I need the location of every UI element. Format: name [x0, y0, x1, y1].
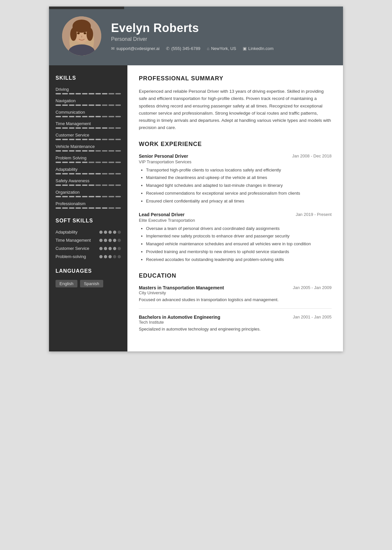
contact-linkedin: ▣ LinkedIn.com: [243, 46, 273, 51]
soft-skill-item: Time Management: [56, 238, 121, 243]
skill-bar: [89, 93, 94, 94]
summary-title: PROFESSIONAL SUMMARY: [139, 75, 332, 83]
skill-bar: [108, 139, 114, 140]
job-title: Lead Personal Driver: [139, 212, 185, 217]
skill-bar: [69, 105, 74, 106]
skills-section: SKILLS DrivingNavigationCommunicationTim…: [56, 75, 121, 209]
skill-bar: [56, 139, 61, 140]
svg-point-10: [81, 36, 82, 38]
job-bullet: Maintained the cleanliness and upkeep of…: [146, 174, 332, 181]
job-bullet: Managed vehicle maintenance schedules an…: [146, 241, 332, 248]
skill-name: Professionalism: [56, 201, 121, 206]
skill-bar: [89, 207, 94, 209]
skill-bar: [108, 127, 114, 129]
skill-bar: [115, 207, 121, 209]
skill-item: Problem Solving: [56, 155, 121, 163]
skill-bar: [56, 105, 61, 106]
skills-list: DrivingNavigationCommunicationTime Manag…: [56, 87, 121, 209]
job-bullets: Transported high-profile clients to vari…: [139, 167, 332, 205]
skill-bar: [115, 162, 121, 163]
soft-skill-item: Adaptability: [56, 230, 121, 235]
education-item: Bachelors in Automotive EngineeringJan 2…: [139, 315, 332, 332]
job-item: Senior Personal DriverJan 2008 - Dec 201…: [139, 154, 332, 205]
work-experience-section: WORK EXPERIENCE Senior Personal DriverJa…: [139, 141, 332, 263]
soft-skill-dot: [113, 239, 116, 242]
skill-bar: [62, 150, 68, 152]
svg-point-9: [84, 32, 86, 34]
skill-bar: [108, 150, 114, 152]
skill-bar: [108, 196, 114, 197]
contact-location: ⌂ NewYork, US: [207, 46, 236, 51]
skill-bars: [56, 105, 121, 106]
skill-bar: [108, 116, 114, 117]
skill-bars: [56, 162, 121, 163]
jobs-list: Senior Personal DriverJan 2008 - Dec 201…: [139, 154, 332, 263]
soft-skill-item: Problem-solving: [56, 254, 121, 259]
job-header: Senior Personal DriverJan 2008 - Dec 201…: [139, 154, 332, 159]
skill-bar: [108, 162, 114, 163]
skill-bar: [95, 93, 101, 94]
job-header: Lead Personal DriverJan 2019 - Present: [139, 212, 332, 217]
soft-skill-name: Adaptability: [56, 230, 77, 235]
contact-email: ✉ support@cvdesigner.ai: [111, 46, 159, 51]
skill-bar: [115, 116, 121, 117]
languages-section: LANGUAGES EnglishSpanish: [56, 268, 121, 287]
skill-name: Safety Awareness: [56, 178, 121, 183]
skill-bar: [95, 150, 101, 152]
language-tag: Spanish: [80, 280, 103, 287]
skill-bar: [95, 162, 101, 163]
svg-rect-6: [73, 24, 91, 31]
skill-bar: [69, 127, 74, 129]
skill-bars: [56, 185, 121, 186]
skill-bar: [56, 150, 61, 152]
phone-icon: ✆: [166, 46, 170, 51]
skill-bar: [56, 116, 61, 117]
skill-bar: [75, 116, 81, 117]
skill-bar: [89, 150, 94, 152]
education-date: Jan 2001 - Jan 2005: [293, 315, 332, 319]
skill-bar: [115, 185, 121, 186]
skill-bar: [69, 116, 74, 117]
job-bullet: Received commendations for exceptional s…: [146, 190, 332, 197]
skill-bar: [69, 207, 74, 209]
skill-bar: [102, 93, 107, 94]
divider: [139, 308, 332, 309]
soft-skill-dot: [118, 247, 121, 250]
skill-bar: [115, 196, 121, 197]
education-school: City University: [139, 290, 332, 295]
skill-name: Customer Service: [56, 133, 121, 138]
skill-bar: [115, 105, 121, 106]
job-date: Jan 2008 - Dec 2018: [292, 154, 332, 158]
skill-bar: [56, 162, 61, 163]
skill-bar: [82, 196, 88, 197]
skill-bar: [56, 207, 61, 209]
skill-bars: [56, 150, 121, 152]
skill-bar: [62, 207, 68, 209]
soft-skill-name: Customer Service: [56, 246, 89, 251]
skill-bar: [75, 150, 81, 152]
education-section: EDUCATION Masters in Transportation Mana…: [139, 272, 332, 332]
skill-bar: [89, 105, 94, 106]
linkedin-icon: ▣: [243, 46, 247, 51]
soft-skill-dot: [99, 247, 103, 250]
skill-bar: [95, 185, 101, 186]
skill-bar: [89, 196, 94, 197]
contact-phone: ✆ (555) 345-6789: [166, 46, 200, 51]
body-section: SKILLS DrivingNavigationCommunicationTim…: [49, 65, 343, 351]
job-bullets: Oversaw a team of personal drivers and c…: [139, 225, 332, 263]
soft-skills-title: SOFT SKILLS: [56, 218, 121, 224]
skill-bar: [75, 105, 81, 106]
skill-bar: [82, 207, 88, 209]
skill-bar: [89, 127, 94, 129]
candidate-title: Personal Driver: [111, 36, 330, 42]
soft-skill-dots: [99, 247, 121, 250]
skill-bar: [82, 185, 88, 186]
skill-bars: [56, 139, 121, 140]
education-degree: Bachelors in Automotive Engineering: [139, 315, 220, 320]
resume-container: Evelyn Roberts Personal Driver ✉ support…: [49, 7, 343, 351]
contact-list: ✉ support@cvdesigner.ai ✆ (555) 345-6789…: [111, 46, 330, 51]
skill-bar: [75, 196, 81, 197]
skill-bar: [102, 127, 107, 129]
soft-skill-item: Customer Service: [56, 246, 121, 251]
education-title: EDUCATION: [139, 272, 332, 281]
